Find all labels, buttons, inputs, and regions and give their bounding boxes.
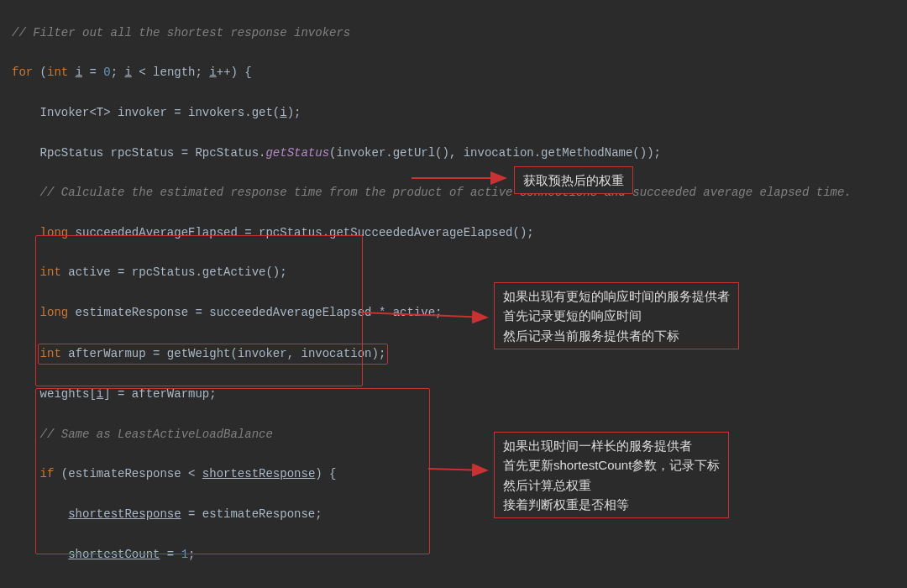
var-shortestCount: shortestCount: [68, 548, 160, 561]
num: 1: [181, 548, 188, 561]
kw-long: long: [40, 306, 69, 319]
comment-line: // Calculate the estimated response time…: [40, 186, 852, 199]
var-shortestResponse: shortestResponse: [68, 507, 181, 521]
var-i: i: [97, 387, 103, 401]
annotation-text: 获取预热后的权重: [523, 173, 624, 187]
annotation-2: 如果出现有更短的响应时间的服务提供者 首先记录更短的响应时间 然后记录当前服务提…: [494, 282, 739, 349]
kw-int: int: [40, 265, 61, 279]
txt: active = rpcStatus.getActive();: [61, 265, 287, 279]
annotation-text: 然后记录当前服务提供者的下标: [503, 326, 730, 345]
kw-int: int: [40, 347, 61, 360]
annotation-text: 接着判断权重是否相等: [503, 495, 720, 514]
annotation-text: 如果出现有更短的响应时间的服务提供者: [503, 286, 730, 306]
txt: (estimateResponse <: [54, 467, 202, 480]
txt: afterWarmup = getWeight(invoker, invocat…: [61, 347, 385, 360]
var-i: i: [76, 66, 82, 79]
txt: ;: [188, 548, 195, 561]
kw-long: long: [40, 226, 69, 239]
txt: ++) {: [217, 66, 252, 79]
comment-line: // Same as LeastActiveLoadBalance: [40, 428, 273, 441]
kw-for: for: [12, 66, 33, 79]
var-shortestResponse: shortestResponse: [202, 467, 315, 480]
annotation-text: 首先更新shortestCount参数，记录下标: [503, 455, 720, 475]
txt: ;: [111, 66, 125, 79]
var-i: i: [125, 66, 132, 79]
txt: );: [287, 106, 301, 119]
txt: estimateResponse = succeededAverageElaps…: [68, 306, 442, 319]
var-i: i: [280, 106, 286, 119]
annotation-text: 首先记录更短的响应时间: [503, 306, 730, 325]
txt: =: [82, 66, 103, 79]
comment-line: // Filter out all the shortest response …: [12, 26, 350, 39]
txt: ] = afterWarmup;: [103, 387, 216, 401]
annotation-text: 如果出现时间一样长的服务提供者: [503, 436, 720, 455]
var-i: i: [209, 66, 216, 79]
annotation-3: 如果出现时间一样长的服务提供者 首先更新shortestCount参数，记录下标…: [494, 432, 729, 518]
txt: weights[: [40, 387, 97, 401]
annotation-1: 获取预热后的权重: [514, 166, 633, 194]
code-editor: // Filter out all the shortest response …: [0, 0, 907, 588]
method-getStatus: getStatus: [265, 146, 329, 160]
txt: RpcStatus rpcStatus = RpcStatus.: [40, 146, 266, 160]
num: 0: [103, 66, 110, 79]
annotation-text: 然后计算总权重: [503, 475, 720, 495]
txt: = estimateResponse;: [181, 507, 322, 521]
kw-int: int: [47, 66, 68, 79]
txt: (invoker.getUrl(), invocation.getMethodN…: [329, 146, 661, 160]
txt: =: [160, 548, 181, 561]
txt: ) {: [315, 467, 336, 480]
txt: < length;: [132, 66, 209, 79]
txt: Invoker<T> invoker = invokers.get(: [40, 106, 280, 119]
kw-if: if: [40, 467, 55, 480]
highlight-getweight: int afterWarmup = getWeight(invoker, inv…: [38, 344, 389, 365]
txt: succeededAverageElapsed = rpcStatus.getS…: [68, 226, 534, 239]
